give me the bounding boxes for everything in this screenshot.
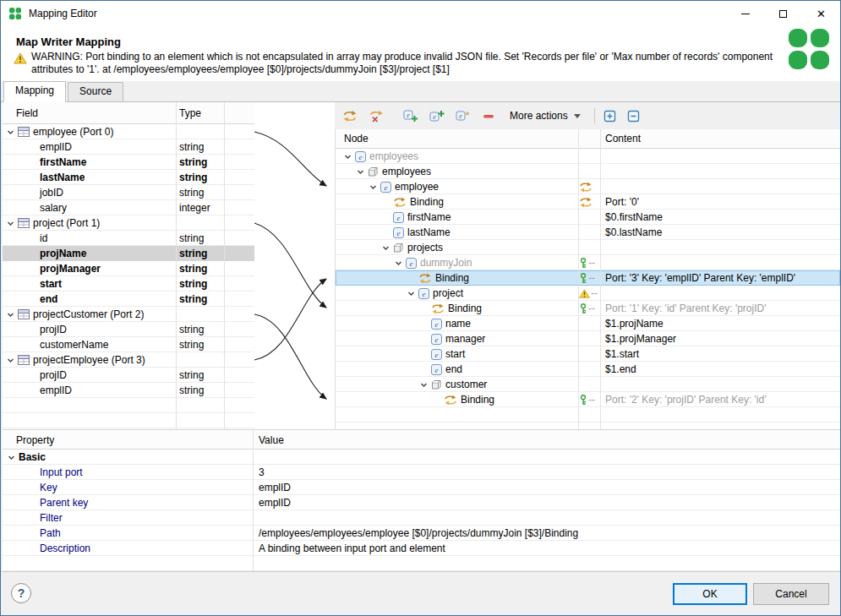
- chevron-down-icon[interactable]: [7, 128, 14, 136]
- collapse-all-button[interactable]: [625, 106, 646, 126]
- add-sibling-element-button[interactable]: e: [427, 106, 451, 126]
- field-row[interactable]: projIDstring: [3, 368, 254, 383]
- binding-icon: [579, 182, 593, 193]
- property-row[interactable]: Path/employees/employees/employee [$0]/p…: [3, 526, 840, 541]
- node-label: Binding: [435, 270, 469, 286]
- node-row[interactable]: Binding--Port: '2' Key: 'projID' Parent …: [336, 392, 840, 407]
- property-name: Parent key: [40, 495, 88, 510]
- node-cell: ename: [336, 316, 840, 331]
- node-row[interactable]: eend$1.end: [336, 362, 840, 377]
- node-row[interactable]: emanager$1.projManager: [336, 331, 840, 346]
- window-maximize-button[interactable]: [764, 1, 802, 26]
- more-actions-button[interactable]: More actions: [504, 106, 586, 126]
- property-name: Key: [40, 480, 57, 495]
- node-row[interactable]: elastName$0.lastName: [336, 225, 840, 240]
- node-row[interactable]: projects: [336, 240, 840, 255]
- field-row[interactable]: projectCustomer (Port 2): [3, 307, 254, 322]
- field-row[interactable]: idstring: [3, 231, 254, 246]
- field-row[interactable]: projectEmployee (Port 3): [3, 352, 254, 368]
- node-row[interactable]: estart$1.start: [336, 346, 840, 362]
- field-label: end: [40, 292, 57, 307]
- field-row[interactable]: projManagerstring: [3, 261, 254, 276]
- field-cell: salary: [3, 200, 254, 215]
- field-type: string: [179, 276, 207, 292]
- element-icon: e: [431, 364, 442, 375]
- field-type: string: [179, 231, 204, 246]
- field-type: string: [179, 246, 207, 261]
- chevron-down-icon[interactable]: [344, 153, 352, 161]
- property-group-row[interactable]: Basic: [3, 450, 840, 465]
- node-row[interactable]: BindingPort: '0': [336, 194, 840, 210]
- node-row[interactable]: ename$1.projName: [336, 316, 840, 331]
- field-row[interactable]: lastNamestring: [3, 170, 254, 185]
- key-icon: [579, 273, 587, 284]
- chevron-down-icon[interactable]: [7, 357, 14, 364]
- node-row[interactable]: eproject--: [336, 286, 840, 301]
- chevron-down-icon[interactable]: [8, 454, 15, 461]
- node-row[interactable]: Binding--Port: '3' Key: 'emplID' Parent …: [336, 270, 840, 286]
- property-row[interactable]: Filter: [3, 510, 840, 526]
- cancel-button[interactable]: Cancel: [753, 583, 829, 605]
- field-row[interactable]: projNamestring: [3, 246, 254, 261]
- property-row[interactable]: KeyemplID: [3, 480, 840, 495]
- property-value: 3: [259, 465, 265, 480]
- ok-button[interactable]: OK: [673, 583, 747, 605]
- window-close-button[interactable]: ✕: [802, 1, 840, 26]
- chevron-down-icon[interactable]: [407, 290, 415, 297]
- field-row[interactable]: emplIDstring: [3, 139, 254, 155]
- field-row[interactable]: startstring: [3, 276, 254, 292]
- field-label: emplID: [40, 383, 72, 398]
- element-icon: e: [380, 182, 391, 193]
- node-row[interactable]: Binding--Port: '1' Key: 'id' Parent Key:…: [336, 301, 840, 316]
- chevron-down-icon[interactable]: [7, 220, 14, 227]
- property-name: Path: [40, 526, 61, 541]
- node-content: $0.firstName: [605, 210, 663, 225]
- node-row[interactable]: edummyJoin--: [336, 255, 840, 270]
- element-icon: e: [431, 349, 442, 360]
- field-row[interactable]: employee (Port 0): [3, 124, 254, 139]
- help-button[interactable]: ?: [11, 583, 31, 603]
- field-label: lastName: [40, 170, 85, 185]
- field-cell: projID: [3, 322, 254, 337]
- window-minimize-button[interactable]: [726, 1, 764, 26]
- field-row[interactable]: endstring: [3, 292, 254, 307]
- minimize-icon: [741, 14, 750, 14]
- create-binding-button[interactable]: [340, 106, 363, 126]
- field-row[interactable]: projIDstring: [3, 322, 254, 337]
- chevron-down-icon[interactable]: [420, 381, 428, 389]
- node-row[interactable]: efirstName$0.firstName: [336, 210, 840, 225]
- node-row[interactable]: employees: [336, 164, 840, 179]
- remove-binding-button[interactable]: [366, 106, 390, 126]
- node-cell: efirstName: [336, 210, 840, 225]
- element-icon: e: [418, 288, 429, 299]
- chevron-down-icon[interactable]: [395, 259, 402, 267]
- field-label: projectEmployee (Port 3): [33, 352, 145, 368]
- tab-mapping[interactable]: Mapping: [3, 81, 66, 102]
- field-row[interactable]: project (Port 1): [3, 215, 254, 231]
- property-row[interactable]: DescriptionA binding between input port …: [3, 541, 840, 556]
- chevron-down-icon[interactable]: [7, 311, 14, 319]
- field-row[interactable]: firstNamestring: [3, 155, 254, 170]
- chevron-down-icon[interactable]: [369, 183, 377, 191]
- field-row[interactable]: salaryinteger: [3, 200, 254, 215]
- remove-element-button[interactable]: [479, 106, 501, 126]
- expand-all-button[interactable]: [601, 106, 622, 126]
- node-row[interactable]: eemployee: [336, 179, 840, 194]
- chevron-down-icon[interactable]: [382, 244, 390, 252]
- property-row[interactable]: Parent keyemplID: [3, 495, 840, 510]
- add-child-element-button[interactable]: e: [401, 106, 424, 126]
- field-type: string: [179, 170, 207, 185]
- tab-source[interactable]: Source: [68, 82, 123, 101]
- title-bar[interactable]: Mapping Editor ✕: [1, 1, 840, 26]
- field-cell: employee (Port 0): [3, 124, 254, 139]
- field-row[interactable]: customerNamestring: [3, 337, 254, 352]
- field-row[interactable]: emplIDstring: [3, 383, 254, 398]
- field-cell: start: [3, 276, 254, 292]
- node-row[interactable]: customer: [336, 377, 840, 392]
- field-row[interactable]: jobIDstring: [3, 185, 254, 200]
- node-row[interactable]: eemployees: [336, 149, 840, 164]
- chevron-down-icon[interactable]: [357, 168, 364, 176]
- add-wildcard-element-button[interactable]: e*: [453, 106, 477, 126]
- close-icon: ✕: [816, 8, 826, 19]
- property-row[interactable]: Input port3: [3, 465, 840, 480]
